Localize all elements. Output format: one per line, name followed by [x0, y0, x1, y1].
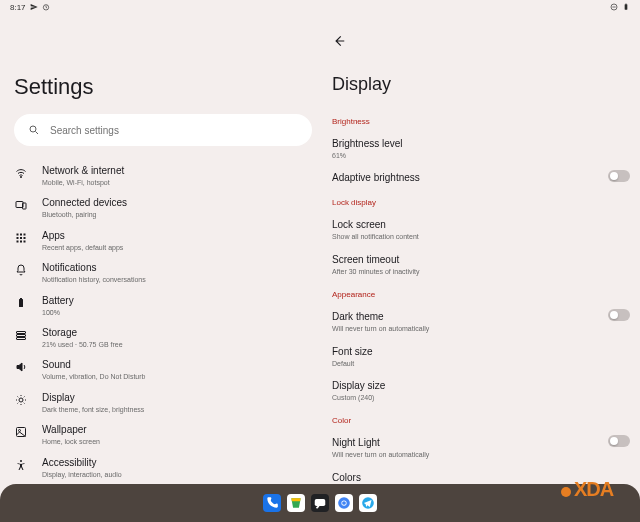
detail-sections: BrightnessBrightness level61%Adaptive br…	[332, 111, 630, 502]
back-button[interactable]	[332, 34, 348, 50]
setting-title: Display size	[332, 380, 630, 392]
taskbar-app-phone[interactable]	[263, 494, 281, 512]
setting-row[interactable]: Display sizeCustom (240)	[332, 376, 630, 410]
setting-title: Adaptive brightness	[332, 172, 630, 184]
status-left: 8:17	[10, 3, 50, 12]
search-icon	[28, 124, 40, 136]
xda-watermark-icon: XDA	[560, 470, 640, 498]
category-item-a11y[interactable]: AccessibilityDisplay, interaction, audio	[14, 452, 324, 484]
svg-rect-20	[17, 334, 26, 336]
category-item-wallpaper[interactable]: WallpaperHome, lock screen	[14, 419, 324, 451]
setting-title: Font size	[332, 346, 630, 358]
section-header: Brightness	[332, 117, 630, 126]
svg-rect-6	[16, 202, 23, 208]
svg-point-25	[20, 460, 22, 462]
taskbar-app-telegram[interactable]	[359, 494, 377, 512]
category-title: Network & internet	[42, 165, 124, 177]
display-icon	[14, 393, 28, 407]
svg-rect-27	[315, 499, 326, 506]
setting-subtitle: 61%	[332, 152, 630, 160]
setting-subtitle: After 30 minutes of inactivity	[332, 268, 630, 276]
toggle-knob	[610, 437, 618, 445]
category-subtitle: Notification history, conversations	[42, 276, 146, 284]
svg-rect-18	[20, 298, 22, 299]
status-right	[610, 3, 630, 11]
wallpaper-icon	[14, 425, 28, 439]
category-title: Apps	[42, 230, 123, 242]
status-time: 8:17	[10, 3, 26, 12]
setting-row[interactable]: Adaptive brightness	[332, 168, 630, 192]
category-subtitle: 21% used · 50.75 GB free	[42, 341, 123, 349]
svg-point-22	[19, 398, 23, 402]
svg-rect-3	[625, 4, 626, 5]
category-item-display[interactable]: DisplayDark theme, font size, brightness	[14, 387, 324, 419]
setting-row[interactable]: Screen timeoutAfter 30 minutes of inacti…	[332, 250, 630, 284]
svg-rect-16	[24, 240, 26, 242]
category-title: Display	[42, 392, 144, 404]
category-title: Notifications	[42, 262, 146, 274]
category-subtitle: Bluetooth, pairing	[42, 211, 127, 219]
category-item-battery[interactable]: Battery100%	[14, 290, 324, 322]
status-bar: 8:17	[0, 0, 640, 14]
taskbar-app-chrome[interactable]	[335, 494, 353, 512]
category-list: Network & internetMobile, Wi-Fi, hotspot…	[14, 160, 324, 484]
taskbar-app-messages[interactable]	[311, 494, 329, 512]
settings-heading: Settings	[14, 74, 324, 100]
setting-row[interactable]: Night LightWill never turn on automatica…	[332, 433, 630, 467]
category-title: Battery	[42, 295, 74, 307]
category-item-bell[interactable]: NotificationsNotification history, conve…	[14, 257, 324, 289]
setting-subtitle: Show all notification content	[332, 233, 630, 241]
svg-point-24	[19, 430, 21, 432]
settings-master-panel: Settings Network & internetMobile, Wi-Fi…	[0, 14, 324, 484]
svg-rect-8	[17, 233, 19, 235]
setting-subtitle: Will never turn on automatically	[332, 325, 630, 333]
category-item-sound[interactable]: SoundVolume, vibration, Do Not Disturb	[14, 354, 324, 386]
setting-row[interactable]: Lock screenShow all notification content	[332, 215, 630, 249]
setting-row[interactable]: Brightness level61%	[332, 134, 630, 168]
svg-rect-19	[17, 331, 26, 333]
section-header: Color	[332, 416, 630, 425]
setting-title: Night Light	[332, 437, 630, 449]
svg-rect-2	[625, 4, 628, 9]
toggle-switch[interactable]	[608, 170, 630, 182]
category-item-apps[interactable]: AppsRecent apps, default apps	[14, 225, 324, 257]
detail-page-title: Display	[332, 74, 630, 95]
category-subtitle: Mobile, Wi-Fi, hotspot	[42, 179, 124, 187]
search-input[interactable]	[50, 125, 298, 136]
category-subtitle: Dark theme, font size, brightness	[42, 406, 144, 414]
taskbar	[0, 484, 640, 522]
category-item-storage[interactable]: Storage21% used · 50.75 GB free	[14, 322, 324, 354]
detail-panel: Display BrightnessBrightness level61%Ada…	[324, 14, 640, 484]
setting-title: Dark theme	[332, 311, 630, 323]
category-subtitle: Home, lock screen	[42, 438, 100, 446]
category-item-wifi[interactable]: Network & internetMobile, Wi-Fi, hotspot	[14, 160, 324, 192]
toggle-switch[interactable]	[608, 435, 630, 447]
category-subtitle: Display, interaction, audio	[42, 471, 122, 479]
category-subtitle: 100%	[42, 309, 74, 317]
category-title: Storage	[42, 327, 123, 339]
alarm-icon	[42, 3, 50, 11]
svg-rect-12	[20, 237, 22, 239]
svg-rect-21	[17, 337, 26, 339]
setting-subtitle: Custom (240)	[332, 394, 630, 402]
a11y-icon	[14, 458, 28, 472]
section-header: Appearance	[332, 290, 630, 299]
category-title: Sound	[42, 359, 146, 371]
toggle-switch[interactable]	[608, 309, 630, 321]
svg-rect-13	[24, 237, 26, 239]
category-title: Connected devices	[42, 197, 127, 209]
svg-point-32	[561, 487, 571, 497]
category-item-devices[interactable]: Connected devicesBluetooth, pairing	[14, 192, 324, 224]
setting-row[interactable]: Dark themeWill never turn on automatical…	[332, 307, 630, 341]
dnd-icon	[610, 3, 618, 11]
taskbar-app-store[interactable]	[287, 494, 305, 512]
apps-icon	[14, 231, 28, 245]
arrow-back-icon	[332, 34, 346, 48]
setting-subtitle: Default	[332, 360, 630, 368]
setting-row[interactable]: Font sizeDefault	[332, 342, 630, 376]
search-box[interactable]	[14, 114, 312, 146]
svg-point-30	[342, 501, 346, 505]
svg-rect-14	[17, 240, 19, 242]
battery-icon	[14, 296, 28, 310]
svg-rect-11	[17, 237, 19, 239]
